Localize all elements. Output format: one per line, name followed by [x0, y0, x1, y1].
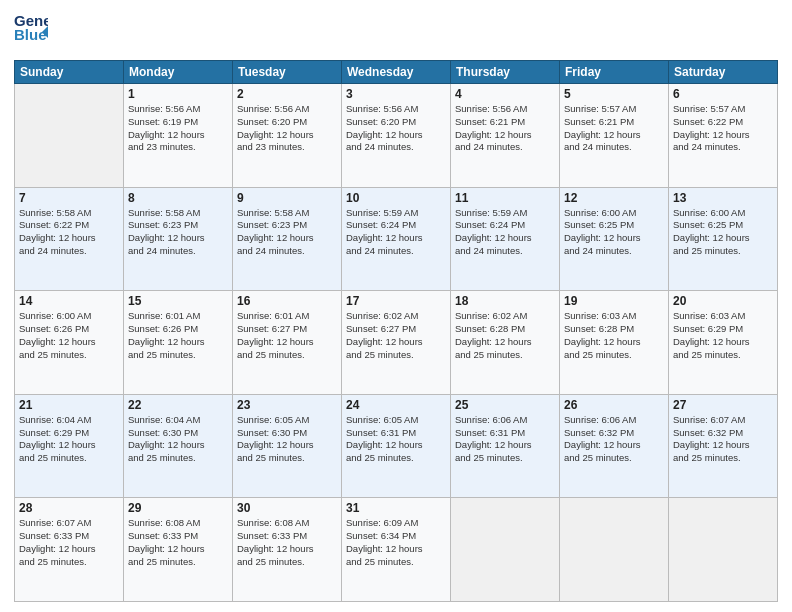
- calendar-cell: 30Sunrise: 6:08 AMSunset: 6:33 PMDayligh…: [233, 498, 342, 602]
- cell-info: Sunrise: 5:56 AMSunset: 6:20 PMDaylight:…: [237, 103, 337, 154]
- cell-info: Sunrise: 5:59 AMSunset: 6:24 PMDaylight:…: [455, 207, 555, 258]
- cell-info: Sunrise: 6:02 AMSunset: 6:27 PMDaylight:…: [346, 310, 446, 361]
- day-number: 9: [237, 191, 337, 205]
- cell-info: Sunrise: 5:56 AMSunset: 6:19 PMDaylight:…: [128, 103, 228, 154]
- calendar-cell: [15, 84, 124, 188]
- calendar-cell: 19Sunrise: 6:03 AMSunset: 6:28 PMDayligh…: [560, 291, 669, 395]
- day-number: 7: [19, 191, 119, 205]
- calendar-cell: 23Sunrise: 6:05 AMSunset: 6:30 PMDayligh…: [233, 394, 342, 498]
- calendar-cell: 2Sunrise: 5:56 AMSunset: 6:20 PMDaylight…: [233, 84, 342, 188]
- cell-info: Sunrise: 6:00 AMSunset: 6:25 PMDaylight:…: [564, 207, 664, 258]
- day-number: 24: [346, 398, 446, 412]
- calendar-cell: 10Sunrise: 5:59 AMSunset: 6:24 PMDayligh…: [342, 187, 451, 291]
- cell-info: Sunrise: 6:00 AMSunset: 6:26 PMDaylight:…: [19, 310, 119, 361]
- calendar-cell: 27Sunrise: 6:07 AMSunset: 6:32 PMDayligh…: [669, 394, 778, 498]
- page: General Blue SundayMondayTuesdayWednesda…: [0, 0, 792, 612]
- weekday-header-monday: Monday: [124, 61, 233, 84]
- cell-info: Sunrise: 5:58 AMSunset: 6:23 PMDaylight:…: [237, 207, 337, 258]
- cell-info: Sunrise: 5:58 AMSunset: 6:22 PMDaylight:…: [19, 207, 119, 258]
- week-row-4: 21Sunrise: 6:04 AMSunset: 6:29 PMDayligh…: [15, 394, 778, 498]
- day-number: 31: [346, 501, 446, 515]
- cell-info: Sunrise: 6:03 AMSunset: 6:29 PMDaylight:…: [673, 310, 773, 361]
- calendar-cell: 7Sunrise: 5:58 AMSunset: 6:22 PMDaylight…: [15, 187, 124, 291]
- day-number: 28: [19, 501, 119, 515]
- day-number: 19: [564, 294, 664, 308]
- logo-icon: General Blue: [14, 10, 48, 48]
- calendar-cell: [669, 498, 778, 602]
- day-number: 22: [128, 398, 228, 412]
- cell-info: Sunrise: 6:04 AMSunset: 6:30 PMDaylight:…: [128, 414, 228, 465]
- cell-info: Sunrise: 6:00 AMSunset: 6:25 PMDaylight:…: [673, 207, 773, 258]
- calendar-cell: 16Sunrise: 6:01 AMSunset: 6:27 PMDayligh…: [233, 291, 342, 395]
- day-number: 25: [455, 398, 555, 412]
- day-number: 29: [128, 501, 228, 515]
- cell-info: Sunrise: 6:08 AMSunset: 6:33 PMDaylight:…: [128, 517, 228, 568]
- calendar-cell: 18Sunrise: 6:02 AMSunset: 6:28 PMDayligh…: [451, 291, 560, 395]
- weekday-header-wednesday: Wednesday: [342, 61, 451, 84]
- cell-info: Sunrise: 6:04 AMSunset: 6:29 PMDaylight:…: [19, 414, 119, 465]
- day-number: 18: [455, 294, 555, 308]
- calendar-cell: 8Sunrise: 5:58 AMSunset: 6:23 PMDaylight…: [124, 187, 233, 291]
- cell-info: Sunrise: 6:01 AMSunset: 6:26 PMDaylight:…: [128, 310, 228, 361]
- calendar-cell: 21Sunrise: 6:04 AMSunset: 6:29 PMDayligh…: [15, 394, 124, 498]
- header: General Blue: [14, 10, 778, 52]
- day-number: 11: [455, 191, 555, 205]
- week-row-1: 1Sunrise: 5:56 AMSunset: 6:19 PMDaylight…: [15, 84, 778, 188]
- calendar-cell: 11Sunrise: 5:59 AMSunset: 6:24 PMDayligh…: [451, 187, 560, 291]
- week-row-3: 14Sunrise: 6:00 AMSunset: 6:26 PMDayligh…: [15, 291, 778, 395]
- cell-info: Sunrise: 6:07 AMSunset: 6:33 PMDaylight:…: [19, 517, 119, 568]
- week-row-5: 28Sunrise: 6:07 AMSunset: 6:33 PMDayligh…: [15, 498, 778, 602]
- weekday-header-tuesday: Tuesday: [233, 61, 342, 84]
- weekday-header-row: SundayMondayTuesdayWednesdayThursdayFrid…: [15, 61, 778, 84]
- calendar-cell: 1Sunrise: 5:56 AMSunset: 6:19 PMDaylight…: [124, 84, 233, 188]
- day-number: 17: [346, 294, 446, 308]
- day-number: 3: [346, 87, 446, 101]
- cell-info: Sunrise: 5:58 AMSunset: 6:23 PMDaylight:…: [128, 207, 228, 258]
- day-number: 1: [128, 87, 228, 101]
- day-number: 20: [673, 294, 773, 308]
- calendar-cell: 6Sunrise: 5:57 AMSunset: 6:22 PMDaylight…: [669, 84, 778, 188]
- calendar-cell: 17Sunrise: 6:02 AMSunset: 6:27 PMDayligh…: [342, 291, 451, 395]
- calendar-cell: 29Sunrise: 6:08 AMSunset: 6:33 PMDayligh…: [124, 498, 233, 602]
- day-number: 27: [673, 398, 773, 412]
- svg-text:Blue: Blue: [14, 26, 47, 43]
- cell-info: Sunrise: 6:01 AMSunset: 6:27 PMDaylight:…: [237, 310, 337, 361]
- cell-info: Sunrise: 5:57 AMSunset: 6:21 PMDaylight:…: [564, 103, 664, 154]
- day-number: 8: [128, 191, 228, 205]
- cell-info: Sunrise: 6:02 AMSunset: 6:28 PMDaylight:…: [455, 310, 555, 361]
- cell-info: Sunrise: 5:57 AMSunset: 6:22 PMDaylight:…: [673, 103, 773, 154]
- day-number: 23: [237, 398, 337, 412]
- cell-info: Sunrise: 5:59 AMSunset: 6:24 PMDaylight:…: [346, 207, 446, 258]
- calendar-cell: 22Sunrise: 6:04 AMSunset: 6:30 PMDayligh…: [124, 394, 233, 498]
- calendar-cell: 25Sunrise: 6:06 AMSunset: 6:31 PMDayligh…: [451, 394, 560, 498]
- logo: General Blue: [14, 10, 48, 52]
- calendar-cell: [560, 498, 669, 602]
- cell-info: Sunrise: 6:05 AMSunset: 6:30 PMDaylight:…: [237, 414, 337, 465]
- calendar-cell: 5Sunrise: 5:57 AMSunset: 6:21 PMDaylight…: [560, 84, 669, 188]
- calendar-cell: 13Sunrise: 6:00 AMSunset: 6:25 PMDayligh…: [669, 187, 778, 291]
- calendar-cell: 4Sunrise: 5:56 AMSunset: 6:21 PMDaylight…: [451, 84, 560, 188]
- calendar-cell: 20Sunrise: 6:03 AMSunset: 6:29 PMDayligh…: [669, 291, 778, 395]
- day-number: 10: [346, 191, 446, 205]
- calendar-cell: 12Sunrise: 6:00 AMSunset: 6:25 PMDayligh…: [560, 187, 669, 291]
- cell-info: Sunrise: 5:56 AMSunset: 6:20 PMDaylight:…: [346, 103, 446, 154]
- day-number: 12: [564, 191, 664, 205]
- cell-info: Sunrise: 6:05 AMSunset: 6:31 PMDaylight:…: [346, 414, 446, 465]
- weekday-header-sunday: Sunday: [15, 61, 124, 84]
- calendar-cell: 31Sunrise: 6:09 AMSunset: 6:34 PMDayligh…: [342, 498, 451, 602]
- calendar-cell: 28Sunrise: 6:07 AMSunset: 6:33 PMDayligh…: [15, 498, 124, 602]
- day-number: 26: [564, 398, 664, 412]
- cell-info: Sunrise: 6:08 AMSunset: 6:33 PMDaylight:…: [237, 517, 337, 568]
- day-number: 4: [455, 87, 555, 101]
- calendar-cell: 14Sunrise: 6:00 AMSunset: 6:26 PMDayligh…: [15, 291, 124, 395]
- calendar-cell: 15Sunrise: 6:01 AMSunset: 6:26 PMDayligh…: [124, 291, 233, 395]
- calendar-table: SundayMondayTuesdayWednesdayThursdayFrid…: [14, 60, 778, 602]
- weekday-header-saturday: Saturday: [669, 61, 778, 84]
- calendar-cell: 24Sunrise: 6:05 AMSunset: 6:31 PMDayligh…: [342, 394, 451, 498]
- day-number: 21: [19, 398, 119, 412]
- day-number: 15: [128, 294, 228, 308]
- cell-info: Sunrise: 6:06 AMSunset: 6:32 PMDaylight:…: [564, 414, 664, 465]
- cell-info: Sunrise: 6:09 AMSunset: 6:34 PMDaylight:…: [346, 517, 446, 568]
- calendar-cell: 3Sunrise: 5:56 AMSunset: 6:20 PMDaylight…: [342, 84, 451, 188]
- weekday-header-friday: Friday: [560, 61, 669, 84]
